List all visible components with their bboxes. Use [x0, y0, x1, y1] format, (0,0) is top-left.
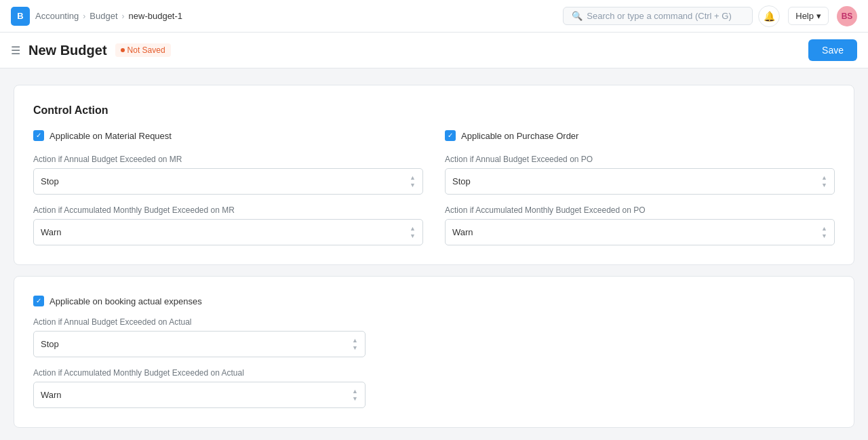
chevron-down-icon: ▾	[816, 11, 821, 21]
search-bar[interactable]: 🔍 Search or type a command (Ctrl + G)	[563, 7, 753, 25]
mr-annual-field: Action if Annual Budget Exceeded on MR S…	[33, 155, 423, 195]
select-arrows-icon: ▲ ▼	[410, 174, 416, 188]
actual-monthly-value: Warn	[41, 390, 62, 400]
help-label: Help	[795, 11, 814, 21]
search-placeholder: Search or type a command (Ctrl + G)	[587, 11, 732, 21]
not-saved-label: Not Saved	[127, 45, 165, 55]
mr-monthly-select[interactable]: Warn ▲ ▼	[33, 219, 423, 245]
select-arrows-icon-6: ▲ ▼	[352, 388, 358, 402]
search-icon: 🔍	[572, 11, 583, 21]
mr-column: ✓ Applicable on Material Request Action …	[33, 130, 423, 245]
checkmark-icon-3: ✓	[36, 298, 41, 304]
po-monthly-label: Action if Accumulated Monthly Budget Exc…	[445, 205, 835, 215]
main-content: Control Action ✓ Applicable on Material …	[0, 68, 868, 440]
select-arrows-icon-4: ▲ ▼	[821, 225, 827, 239]
sidebar-toggle-icon[interactable]: ☰	[11, 44, 20, 57]
po-annual-field: Action if Annual Budget Exceeded on PO S…	[445, 155, 835, 195]
mr-annual-value: Stop	[41, 176, 59, 186]
actual-expenses-card: ✓ Applicable on booking actual expenses …	[14, 276, 854, 428]
select-arrows-icon-2: ▲ ▼	[410, 225, 416, 239]
breadcrumb-sep-2: ›	[122, 12, 125, 21]
breadcrumb-sep-1: ›	[83, 12, 85, 21]
mr-checkbox-row: ✓ Applicable on Material Request	[33, 130, 423, 141]
mr-checkbox[interactable]: ✓	[33, 130, 44, 141]
checkmark-icon-2: ✓	[448, 132, 453, 139]
help-button[interactable]: Help ▾	[788, 7, 829, 25]
select-arrows-icon-5: ▲ ▼	[352, 337, 358, 351]
select-arrows-icon-3: ▲ ▼	[821, 174, 827, 188]
control-action-card: Control Action ✓ Applicable on Material …	[14, 85, 854, 265]
actual-annual-value: Stop	[41, 339, 59, 349]
not-saved-badge: Not Saved	[115, 43, 171, 57]
topnav-actions: 🔔 Help ▾ BS	[758, 5, 857, 27]
actual-annual-field: Action if Annual Budget Exceeded on Actu…	[33, 317, 366, 357]
app-logo[interactable]: B	[11, 7, 30, 26]
control-action-grid: ✓ Applicable on Material Request Action …	[33, 130, 835, 245]
po-annual-value: Stop	[452, 176, 471, 186]
po-monthly-field: Action if Accumulated Monthly Budget Exc…	[445, 205, 835, 245]
mr-monthly-field: Action if Accumulated Monthly Budget Exc…	[33, 205, 423, 245]
po-checkbox-label: Applicable on Purchase Order	[461, 131, 578, 141]
actual-monthly-field: Action if Accumulated Monthly Budget Exc…	[33, 368, 366, 408]
breadcrumb-current: new-budget-1	[129, 11, 183, 21]
actual-annual-select[interactable]: Stop ▲ ▼	[33, 331, 366, 357]
breadcrumb-budget[interactable]: Budget	[90, 11, 117, 21]
mr-monthly-label: Action if Accumulated Monthly Budget Exc…	[33, 205, 423, 215]
badge-dot	[121, 48, 125, 52]
po-checkbox[interactable]: ✓	[445, 130, 456, 141]
avatar[interactable]: BS	[837, 6, 857, 26]
actual-monthly-select[interactable]: Warn ▲ ▼	[33, 382, 366, 408]
po-checkbox-row: ✓ Applicable on Purchase Order	[445, 130, 835, 141]
actual-checkbox-label: Applicable on booking actual expenses	[50, 296, 202, 306]
po-annual-select[interactable]: Stop ▲ ▼	[445, 168, 835, 195]
mr-checkbox-label: Applicable on Material Request	[50, 131, 172, 141]
notification-button[interactable]: 🔔	[758, 5, 780, 27]
mr-monthly-value: Warn	[41, 227, 62, 237]
breadcrumb: Accounting › Budget › new-budget-1	[35, 11, 182, 21]
po-monthly-value: Warn	[452, 227, 473, 237]
save-button[interactable]: Save	[808, 39, 857, 61]
actual-checkbox[interactable]: ✓	[33, 296, 44, 306]
top-navigation: B Accounting › Budget › new-budget-1 🔍 S…	[0, 0, 868, 33]
mr-annual-select[interactable]: Stop ▲ ▼	[33, 168, 423, 195]
po-column: ✓ Applicable on Purchase Order Action if…	[445, 130, 835, 245]
page-header: ☰ New Budget Not Saved Save	[0, 33, 868, 68]
control-action-title: Control Action	[33, 104, 835, 117]
po-monthly-select[interactable]: Warn ▲ ▼	[445, 219, 835, 245]
breadcrumb-accounting[interactable]: Accounting	[35, 11, 79, 21]
actual-monthly-label: Action if Accumulated Monthly Budget Exc…	[33, 368, 366, 378]
checkmark-icon: ✓	[36, 132, 41, 139]
page-title: New Budget	[28, 43, 107, 58]
mr-annual-label: Action if Annual Budget Exceeded on MR	[33, 155, 423, 164]
actual-checkbox-row: ✓ Applicable on booking actual expenses	[33, 296, 835, 306]
actual-annual-label: Action if Annual Budget Exceeded on Actu…	[33, 317, 366, 327]
po-annual-label: Action if Annual Budget Exceeded on PO	[445, 155, 835, 164]
